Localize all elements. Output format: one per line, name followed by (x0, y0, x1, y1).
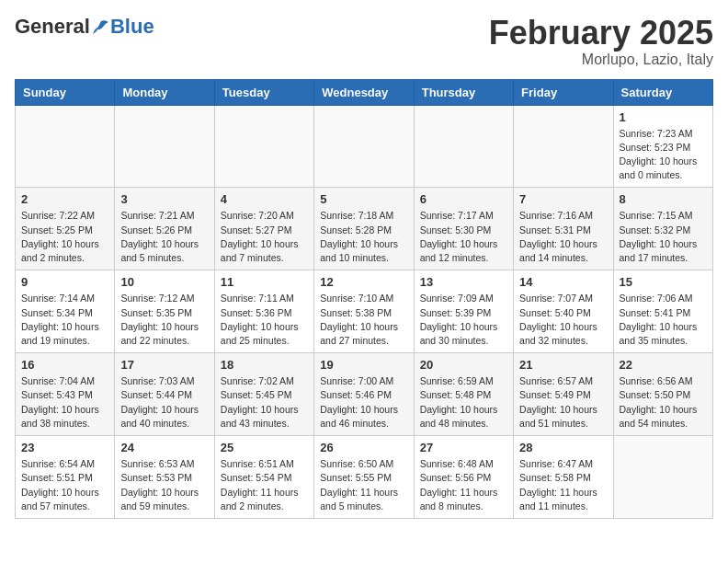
day-number: 16 (21, 358, 108, 372)
calendar-cell: 16Sunrise: 7:04 AM Sunset: 5:43 PM Dayli… (16, 353, 115, 436)
calendar-cell: 22Sunrise: 6:56 AM Sunset: 5:50 PM Dayli… (613, 353, 712, 436)
calendar-cell: 26Sunrise: 6:50 AM Sunset: 5:55 PM Dayli… (314, 436, 414, 519)
day-info: Sunrise: 7:04 AM Sunset: 5:43 PM Dayligh… (21, 374, 108, 431)
calendar-cell (314, 105, 414, 188)
day-info: Sunrise: 6:57 AM Sunset: 5:49 PM Dayligh… (519, 374, 607, 431)
calendar-cell: 19Sunrise: 7:00 AM Sunset: 5:46 PM Dayli… (314, 353, 414, 436)
weekday-header-tuesday: Tuesday (214, 79, 313, 105)
day-info: Sunrise: 7:06 AM Sunset: 5:41 PM Dayligh… (620, 292, 707, 348)
logo-bird-icon (92, 17, 110, 36)
calendar-cell: 9Sunrise: 7:14 AM Sunset: 5:34 PM Daylig… (16, 270, 115, 353)
day-number: 26 (320, 441, 407, 454)
day-number: 19 (320, 358, 407, 372)
day-number: 27 (420, 441, 507, 454)
calendar-cell: 27Sunrise: 6:48 AM Sunset: 5:56 PM Dayli… (414, 436, 513, 519)
week-row-1: 1Sunrise: 7:23 AM Sunset: 5:23 PM Daylig… (16, 105, 713, 188)
calendar-cell: 21Sunrise: 6:57 AM Sunset: 5:49 PM Dayli… (514, 353, 613, 436)
day-number: 3 (120, 192, 208, 206)
day-info: Sunrise: 7:00 AM Sunset: 5:46 PM Dayligh… (320, 374, 407, 431)
calendar-cell: 8Sunrise: 7:15 AM Sunset: 5:32 PM Daylig… (613, 188, 712, 270)
day-number: 10 (120, 275, 208, 289)
calendar-cell: 3Sunrise: 7:21 AM Sunset: 5:26 PM Daylig… (115, 188, 214, 270)
day-info: Sunrise: 7:21 AM Sunset: 5:26 PM Dayligh… (120, 209, 208, 265)
calendar-cell (613, 436, 712, 519)
weekday-header-wednesday: Wednesday (314, 79, 414, 105)
calendar-table: SundayMondayTuesdayWednesdayThursdayFrid… (15, 79, 713, 519)
weekday-header-monday: Monday (115, 79, 214, 105)
day-number: 12 (320, 275, 407, 289)
day-number: 17 (120, 358, 208, 372)
day-number: 14 (519, 275, 607, 289)
day-number: 28 (519, 441, 607, 454)
day-info: Sunrise: 7:17 AM Sunset: 5:30 PM Dayligh… (420, 209, 507, 265)
calendar-cell: 23Sunrise: 6:54 AM Sunset: 5:51 PM Dayli… (16, 436, 115, 519)
day-info: Sunrise: 7:03 AM Sunset: 5:44 PM Dayligh… (120, 374, 208, 431)
day-number: 4 (221, 192, 308, 206)
day-info: Sunrise: 7:12 AM Sunset: 5:35 PM Dayligh… (120, 292, 208, 348)
day-info: Sunrise: 7:09 AM Sunset: 5:39 PM Dayligh… (420, 292, 507, 348)
calendar-cell: 18Sunrise: 7:02 AM Sunset: 5:45 PM Dayli… (214, 353, 313, 436)
day-number: 5 (320, 192, 407, 206)
calendar-cell: 14Sunrise: 7:07 AM Sunset: 5:40 PM Dayli… (514, 270, 613, 353)
week-row-5: 23Sunrise: 6:54 AM Sunset: 5:51 PM Dayli… (16, 436, 713, 519)
calendar-cell (414, 105, 513, 188)
day-info: Sunrise: 6:53 AM Sunset: 5:53 PM Dayligh… (120, 457, 208, 513)
day-info: Sunrise: 7:20 AM Sunset: 5:27 PM Dayligh… (221, 209, 308, 265)
day-number: 25 (221, 441, 308, 454)
day-info: Sunrise: 6:56 AM Sunset: 5:50 PM Dayligh… (620, 374, 707, 431)
day-info: Sunrise: 6:47 AM Sunset: 5:58 PM Dayligh… (519, 457, 607, 513)
day-info: Sunrise: 6:51 AM Sunset: 5:54 PM Dayligh… (221, 457, 308, 513)
day-info: Sunrise: 7:15 AM Sunset: 5:32 PM Dayligh… (620, 209, 707, 265)
day-number: 1 (620, 110, 707, 124)
calendar-cell: 12Sunrise: 7:10 AM Sunset: 5:38 PM Dayli… (314, 270, 414, 353)
weekday-header-saturday: Saturday (613, 79, 712, 105)
day-number: 23 (21, 441, 108, 454)
calendar-cell: 5Sunrise: 7:18 AM Sunset: 5:28 PM Daylig… (314, 188, 414, 270)
calendar-cell: 4Sunrise: 7:20 AM Sunset: 5:27 PM Daylig… (214, 188, 313, 270)
calendar-cell: 28Sunrise: 6:47 AM Sunset: 5:58 PM Dayli… (514, 436, 613, 519)
calendar-cell: 1Sunrise: 7:23 AM Sunset: 5:23 PM Daylig… (613, 105, 712, 188)
day-number: 15 (620, 275, 707, 289)
day-number: 24 (120, 441, 208, 454)
calendar-cell: 11Sunrise: 7:11 AM Sunset: 5:36 PM Dayli… (214, 270, 313, 353)
weekday-header-thursday: Thursday (414, 79, 513, 105)
day-info: Sunrise: 7:22 AM Sunset: 5:25 PM Dayligh… (21, 209, 108, 265)
day-number: 20 (420, 358, 507, 372)
week-row-4: 16Sunrise: 7:04 AM Sunset: 5:43 PM Dayli… (16, 353, 713, 436)
weekday-header-friday: Friday (514, 79, 613, 105)
logo: General Blue (15, 15, 154, 39)
location: Morlupo, Lazio, Italy (489, 52, 713, 68)
week-row-2: 2Sunrise: 7:22 AM Sunset: 5:25 PM Daylig… (16, 188, 713, 270)
week-row-3: 9Sunrise: 7:14 AM Sunset: 5:34 PM Daylig… (16, 270, 713, 353)
day-info: Sunrise: 7:16 AM Sunset: 5:31 PM Dayligh… (519, 209, 607, 265)
day-number: 6 (420, 192, 507, 206)
day-info: Sunrise: 7:18 AM Sunset: 5:28 PM Dayligh… (320, 209, 407, 265)
day-info: Sunrise: 6:59 AM Sunset: 5:48 PM Dayligh… (420, 374, 507, 431)
day-number: 8 (620, 192, 707, 206)
month-title: February 2025 Morlupo, Lazio, Italy (489, 15, 713, 68)
calendar-cell: 20Sunrise: 6:59 AM Sunset: 5:48 PM Dayli… (414, 353, 513, 436)
day-info: Sunrise: 7:02 AM Sunset: 5:45 PM Dayligh… (221, 374, 308, 431)
calendar-cell: 24Sunrise: 6:53 AM Sunset: 5:53 PM Dayli… (115, 436, 214, 519)
day-info: Sunrise: 7:10 AM Sunset: 5:38 PM Dayligh… (320, 292, 407, 348)
calendar-cell: 15Sunrise: 7:06 AM Sunset: 5:41 PM Dayli… (613, 270, 712, 353)
calendar-cell (16, 105, 115, 188)
calendar-cell: 7Sunrise: 7:16 AM Sunset: 5:31 PM Daylig… (514, 188, 613, 270)
day-info: Sunrise: 6:50 AM Sunset: 5:55 PM Dayligh… (320, 457, 407, 513)
day-number: 13 (420, 275, 507, 289)
day-info: Sunrise: 7:07 AM Sunset: 5:40 PM Dayligh… (519, 292, 607, 348)
day-number: 9 (21, 275, 108, 289)
logo-blue-text: Blue (110, 15, 154, 39)
month-year: February 2025 (489, 15, 713, 52)
day-number: 18 (221, 358, 308, 372)
logo-general-text: General (15, 15, 90, 39)
calendar-cell: 10Sunrise: 7:12 AM Sunset: 5:35 PM Dayli… (115, 270, 214, 353)
calendar-cell: 6Sunrise: 7:17 AM Sunset: 5:30 PM Daylig… (414, 188, 513, 270)
calendar-cell (214, 105, 313, 188)
day-number: 2 (21, 192, 108, 206)
calendar-cell: 25Sunrise: 6:51 AM Sunset: 5:54 PM Dayli… (214, 436, 313, 519)
day-number: 7 (519, 192, 607, 206)
calendar-cell: 17Sunrise: 7:03 AM Sunset: 5:44 PM Dayli… (115, 353, 214, 436)
day-number: 11 (221, 275, 308, 289)
day-info: Sunrise: 7:23 AM Sunset: 5:23 PM Dayligh… (620, 127, 707, 183)
